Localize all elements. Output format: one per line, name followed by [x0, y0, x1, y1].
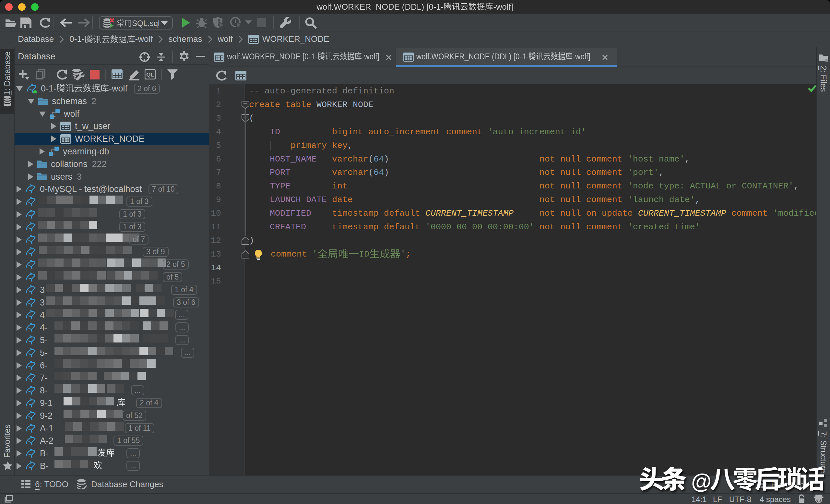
svg-text:QL: QL [146, 72, 154, 78]
